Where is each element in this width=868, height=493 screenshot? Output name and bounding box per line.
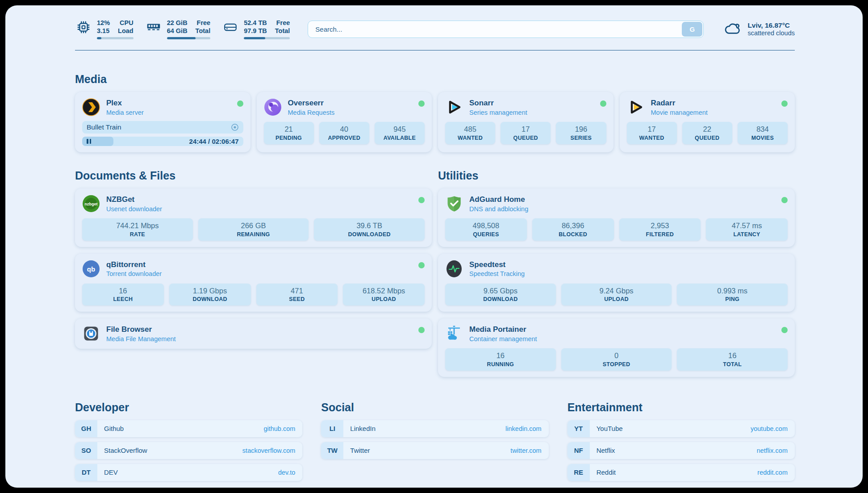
filebrowser-icon — [82, 325, 100, 343]
stat-remaining: 266 GBREMAINING — [198, 218, 309, 240]
app-name: Media Portainer — [469, 325, 537, 334]
section-title-developer: Developer — [75, 401, 302, 414]
app-card-adguard[interactable]: AdGuard Home DNS and adblocking 498,508Q… — [438, 188, 795, 246]
cpu-progress-bar — [97, 37, 134, 39]
stat-upload: 9.24 GbpsUPLOAD — [561, 284, 672, 305]
svg-text:qb: qb — [87, 265, 95, 273]
playback-progress-bar[interactable]: 24:44 / 02:06:47 — [82, 137, 243, 146]
qbittorrent-icon: qb — [82, 260, 100, 278]
ram-label-bottom: Total — [196, 27, 211, 35]
bookmark-stackoverflow[interactable]: SO StackOverflow stackoverflow.com — [75, 442, 302, 459]
bookmark-twitter[interactable]: TW Twitter twitter.com — [321, 442, 548, 459]
status-dot — [781, 197, 788, 203]
stat-filtered: 2,953FILTERED — [619, 218, 701, 240]
bookmark-abbr: SO — [75, 442, 97, 459]
bookmark-abbr: LI — [321, 420, 343, 437]
stat-download: 9.65 GbpsDOWNLOAD — [445, 284, 556, 305]
app-subtitle: DNS and adblocking — [469, 205, 528, 213]
search-engine-button[interactable]: G — [682, 22, 702, 37]
app-card-overseerr[interactable]: Overseerr Media Requests 21PENDING 40APP… — [257, 92, 432, 152]
cpu-label-top: CPU — [118, 19, 134, 27]
stat-movies: 834MOVIES — [738, 122, 788, 144]
app-card-qbittorrent[interactable]: qb qBittorrent Torrent downloader 16LEEC… — [75, 254, 432, 312]
app-card-sonarr[interactable]: Sonarr Series management 485WANTED 17QUE… — [438, 92, 613, 152]
playback-time: 24:44 / 02:06:47 — [189, 137, 239, 146]
stat-running: 16RUNNING — [445, 348, 556, 370]
sonarr-icon — [445, 98, 463, 116]
app-card-plex[interactable]: Plex Media server Bullet Train 24:44 / 0… — [75, 92, 250, 152]
bookmark-linkedin[interactable]: LI LinkedIn linkedin.com — [321, 420, 548, 437]
bookmark-youtube[interactable]: YT YouTube youtube.com — [568, 420, 795, 437]
search-bar: G — [308, 21, 704, 38]
app-card-radarr[interactable]: Radarr Movie management 17WANTED 22QUEUE… — [620, 92, 795, 152]
portainer-icon — [445, 325, 463, 343]
adguard-icon — [445, 195, 463, 213]
disk-free: 52.4 TB — [244, 19, 267, 27]
ram-progress-bar — [167, 37, 211, 39]
app-subtitle: Media Requests — [288, 109, 335, 116]
radarr-icon — [627, 98, 645, 116]
bookmark-dev[interactable]: DT DEV dev.to — [75, 464, 302, 481]
weather-location-temp: Lviv, 16.87°C — [747, 21, 795, 29]
ram-label-top: Free — [196, 19, 211, 27]
section-title-media: Media — [75, 73, 795, 86]
app-subtitle: Media server — [106, 109, 144, 116]
bookmark-reddit[interactable]: RE Reddit reddit.com — [568, 464, 795, 481]
session-icon[interactable] — [231, 123, 239, 131]
search-input[interactable] — [308, 21, 704, 38]
now-playing-title: Bullet Train — [87, 123, 121, 131]
stat-wanted: 17WANTED — [627, 122, 677, 144]
stat-queued: 22QUEUED — [682, 122, 732, 144]
app-name: Speedtest — [469, 260, 525, 269]
app-card-speedtest[interactable]: Speedtest Speedtest Tracking 9.65 GbpsDO… — [438, 254, 795, 312]
app-card-nzbget[interactable]: nzbget NZBGet Usenet downloader 744.21 M… — [75, 188, 432, 246]
status-dot — [418, 197, 425, 203]
app-subtitle: Series management — [469, 109, 527, 116]
app-name: File Browser — [106, 325, 176, 334]
disk-total: 97.9 TB — [244, 27, 267, 35]
app-subtitle: Torrent downloader — [106, 270, 162, 277]
disk-progress-bar — [244, 37, 290, 39]
stat-latency: 47.57 msLATENCY — [706, 218, 788, 240]
status-dot — [418, 327, 425, 333]
app-subtitle: Media File Management — [106, 335, 176, 343]
system-metrics: 12%3.15 CPULoad 22 — [75, 19, 290, 39]
section-title-entertainment: Entertainment — [568, 401, 795, 414]
header-divider — [75, 50, 795, 50]
overseerr-icon — [264, 98, 282, 116]
app-name: Overseerr — [288, 99, 335, 108]
app-name: qBittorrent — [106, 260, 162, 269]
stat-wanted: 485WANTED — [445, 122, 495, 144]
cloud-icon — [724, 21, 742, 37]
disk-icon — [222, 19, 239, 36]
app-name: Plex — [106, 99, 144, 108]
nzbget-icon: nzbget — [82, 195, 100, 213]
bookmark-abbr: RE — [568, 464, 590, 481]
stat-downloaded: 39.6 TBDOWNLOADED — [314, 218, 425, 240]
app-card-portainer[interactable]: Media Portainer Container management 16R… — [438, 318, 795, 376]
svg-text:nzbget: nzbget — [85, 202, 98, 206]
app-subtitle: Speedtest Tracking — [469, 270, 525, 277]
app-subtitle: Movie management — [651, 109, 708, 116]
bookmark-netflix[interactable]: NF Netflix netflix.com — [568, 442, 795, 459]
status-dot — [418, 262, 425, 268]
app-card-filebrowser[interactable]: File Browser Media File Management — [75, 318, 432, 349]
cpu-label-bottom: Load — [118, 27, 134, 35]
stat-series: 196SERIES — [556, 122, 606, 144]
bookmark-abbr: TW — [321, 442, 343, 459]
ram-free: 22 GiB — [167, 19, 188, 27]
speedtest-icon — [445, 260, 463, 278]
disk-label-top: Free — [275, 19, 290, 27]
ram-total: 64 GiB — [167, 27, 188, 35]
section-title-utilities: Utilities — [438, 169, 795, 182]
now-playing-row: Bullet Train — [82, 121, 243, 134]
plex-icon — [82, 98, 100, 116]
cpu-widget: 12%3.15 CPULoad — [75, 19, 134, 39]
status-dot — [781, 100, 788, 107]
bookmark-abbr: NF — [568, 442, 590, 459]
bookmark-abbr: DT — [75, 464, 97, 481]
stat-seed: 471SEED — [256, 284, 338, 305]
section-title-documents: Documents & Files — [75, 169, 432, 182]
pause-icon — [87, 139, 91, 144]
bookmark-github[interactable]: GH Github github.com — [75, 420, 302, 437]
